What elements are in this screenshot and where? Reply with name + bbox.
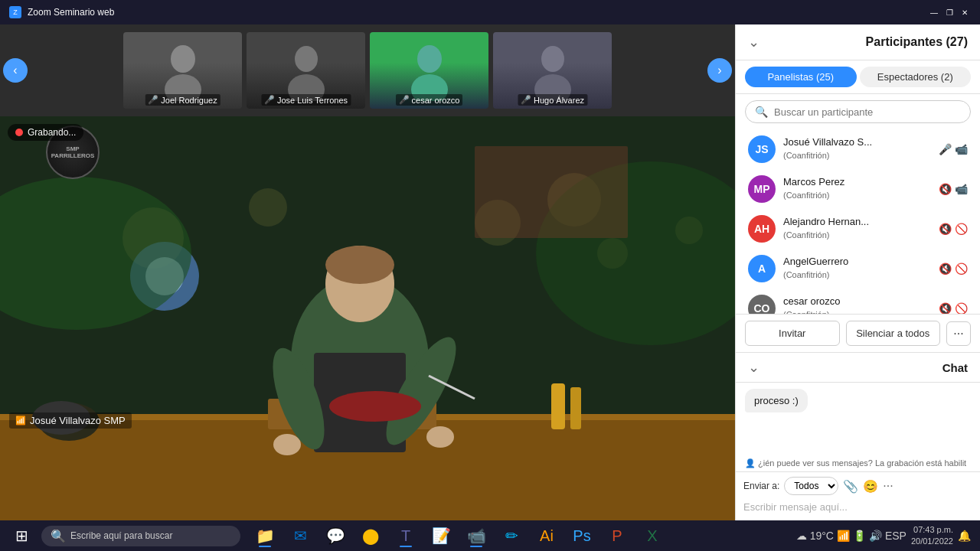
app-active-indicator	[400, 546, 412, 547]
more-options-button[interactable]: ···	[946, 321, 971, 346]
mic-icon: 🎤	[399, 95, 410, 105]
svg-point-25	[325, 246, 394, 284]
spectators-tab[interactable]: Espectadores (2)	[860, 67, 972, 87]
taskbar-app-chrome[interactable]: ⬤	[354, 522, 387, 549]
chrome-icon: ⬤	[362, 527, 379, 545]
whatsapp-icon: 💬	[326, 527, 345, 545]
minimize-button[interactable]: —	[928, 6, 940, 18]
thumbnail-item[interactable]: 🎤 Joel Rodriguez	[123, 32, 242, 109]
svg-point-30	[426, 426, 454, 448]
taskbar-app-whatsapp[interactable]: 💬	[318, 522, 352, 549]
chat-input[interactable]	[743, 498, 972, 516]
recording-dot	[15, 129, 23, 136]
start-button[interactable]: ⊞	[3, 522, 40, 549]
prev-thumbnail-button[interactable]: ‹	[3, 58, 28, 83]
taskbar-clock: 07:43 p.m. 20/01/2022	[911, 524, 953, 548]
participant-item[interactable]: CO cesar orozco(Coanfitrión) 🔇 🚫	[736, 289, 980, 314]
taskbar-app-teams[interactable]: T	[389, 522, 423, 549]
chat-header: ⌄ Chat	[736, 353, 980, 383]
chat-messages: proceso :)	[736, 383, 980, 455]
next-thumbnail-button[interactable]: ›	[707, 58, 732, 83]
participant-avatar: JS	[748, 135, 776, 163]
recording-text: Grabando...	[28, 127, 76, 138]
sticky-notes-icon: 📝	[432, 527, 451, 545]
video-area: ‹ 🎤 Joel Rodriguez	[0, 24, 735, 520]
logo-text: SMP PARRILLEROS	[47, 145, 98, 159]
participant-controls: 🔇 🚫	[939, 223, 968, 235]
mic-status-icon: 🎤	[939, 143, 952, 155]
taskbar-app-outlook[interactable]: ✉	[283, 522, 317, 549]
teams-icon: T	[401, 527, 410, 545]
taskbar-app-file-explorer[interactable]: 📁	[248, 522, 282, 549]
chat-section: ⌄ Chat proceso :) 👤 ¿ién puede ver sus m…	[736, 352, 980, 520]
participant-name: cesar orozco(Coanfitrión)	[783, 295, 931, 314]
maximize-button[interactable]: ❐	[943, 6, 956, 18]
svg-rect-33	[551, 383, 565, 429]
close-button[interactable]: ✕	[959, 6, 971, 18]
thumbnail-name: 🎤 Joel Rodriguez	[145, 94, 220, 106]
cam-status-icon: 🚫	[955, 262, 968, 275]
participant-item[interactable]: A AngelGuerrero(Coanfitrión) 🔇 🚫	[736, 249, 980, 289]
taskbar-app-sticky-notes[interactable]: 📝	[424, 522, 458, 549]
notification-center-icon[interactable]: 🔔	[958, 530, 971, 542]
emoji-icon[interactable]: 😊	[863, 479, 878, 494]
collapse-chat-button[interactable]: ⌄	[748, 359, 760, 376]
taskbar-search-icon: 🔍	[51, 529, 66, 543]
speaker-name-text: Josué Villalvazo SMP	[30, 415, 126, 426]
chat-footer: Enviar a: Todos 📎 😊 ···	[736, 471, 980, 520]
send-to-label: Enviar a:	[743, 481, 779, 491]
taskbar-app-excel[interactable]: X	[635, 522, 669, 549]
panelists-tab[interactable]: Panelistas (25)	[745, 67, 857, 87]
cloud-icon[interactable]: ☁	[796, 530, 807, 542]
volume-icon[interactable]: 🔊	[869, 530, 882, 542]
thumbnail-name: 🎤 Jose Luis Terrones	[261, 94, 351, 106]
participant-role: (Coanfitrión)	[783, 191, 830, 200]
temp-label: 19°C	[810, 530, 834, 542]
search-input[interactable]	[774, 106, 961, 118]
taskbar-app-powerpoint[interactable]: P	[600, 522, 634, 549]
more-chat-icon[interactable]: ···	[883, 479, 893, 493]
wifi-icon[interactable]: 📶	[837, 530, 850, 542]
participant-avatar: CO	[748, 295, 776, 314]
windows-icon: ⊞	[15, 527, 28, 545]
collapse-participants-button[interactable]: ⌄	[748, 34, 760, 51]
powerpoint-icon: P	[612, 527, 622, 545]
taskbar-app-zoom[interactable]: 📹	[459, 522, 493, 549]
participant-name: Alejandro Hernan...(Coanfitrión)	[783, 216, 931, 242]
app-active-indicator	[259, 546, 271, 547]
mic-status-icon: 🔇	[939, 302, 952, 314]
cam-status-icon: 🚫	[955, 223, 968, 235]
taskbar-search[interactable]: 🔍 Escribe aquí para buscar	[41, 526, 240, 546]
mic-status-icon: 🔇	[939, 262, 952, 275]
svg-point-32	[329, 391, 421, 422]
app-active-indicator	[470, 546, 482, 547]
thumbnail-item[interactable]: 🎤 cesar orozco	[370, 32, 488, 109]
send-to-select[interactable]: Todos	[784, 477, 838, 495]
cam-status-icon: 🚫	[955, 302, 968, 314]
participant-list: JS Josué Villalvazo S...(Coanfitrión) 🎤 …	[736, 129, 980, 314]
chat-notification: 👤 ¿ién puede ver sus mensajes? La grabac…	[736, 455, 980, 471]
participant-controls: 🔇 🚫	[939, 302, 968, 314]
participant-item[interactable]: MP Marcos Perez(Coanfitrión) 🔇 📹	[736, 169, 980, 209]
svg-point-10	[249, 188, 287, 227]
mic-status-icon: 🔇	[939, 183, 952, 195]
participant-item[interactable]: AH Alejandro Hernan...(Coanfitrión) 🔇 🚫	[736, 209, 980, 249]
taskbar-app-tablet[interactable]: ✏	[495, 522, 528, 549]
taskbar-date-text: 20/01/2022	[911, 536, 953, 547]
mute-all-button[interactable]: Silenciar a todos	[846, 321, 941, 346]
svg-point-4	[417, 45, 442, 73]
taskbar-app-illustrator[interactable]: Ai	[530, 522, 564, 549]
window-title: Zoom Seminario web	[28, 7, 114, 18]
taskbar-apps: 📁 ✉ 💬 ⬤ T 📝 📹 ✏ Ai Ps	[242, 522, 789, 549]
battery-icon[interactable]: 🔋	[853, 530, 866, 542]
attachment-icon[interactable]: 📎	[843, 479, 858, 494]
thumbnail-item[interactable]: 🎤 Jose Luis Terrones	[247, 32, 365, 109]
background-svg	[0, 116, 735, 520]
actions-bar: Invitar Silenciar a todos ···	[736, 314, 980, 352]
participant-controls: 🎤 📹	[939, 143, 968, 155]
invite-button[interactable]: Invitar	[745, 321, 840, 346]
taskbar-app-photoshop[interactable]: Ps	[565, 522, 599, 549]
participant-item[interactable]: JS Josué Villalvazo S...(Coanfitrión) 🎤 …	[736, 129, 980, 169]
svg-point-2	[295, 46, 318, 72]
thumbnail-item[interactable]: 🎤 Hugo Álvarez	[493, 32, 612, 109]
